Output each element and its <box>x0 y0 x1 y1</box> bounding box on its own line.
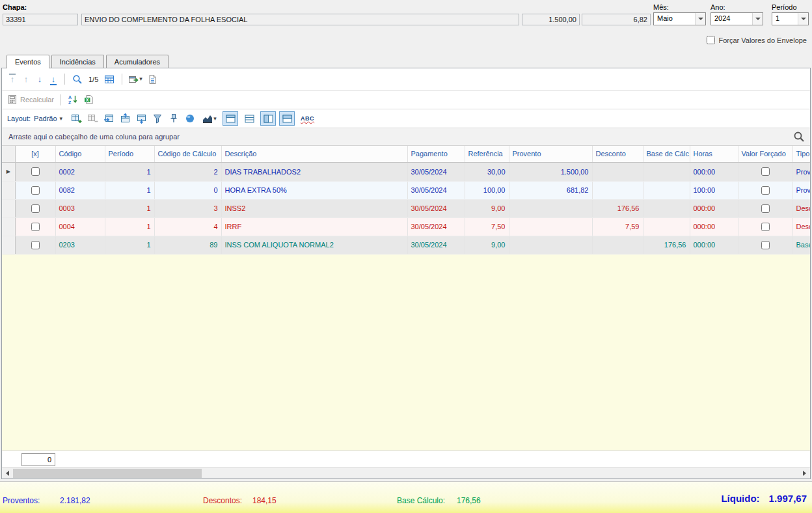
valor-forcado-checkbox[interactable] <box>761 204 770 213</box>
cell-pagamento[interactable]: 30/05/2024 <box>407 162 465 181</box>
cell-referencia[interactable]: 9,00 <box>465 236 509 254</box>
export-button[interactable]: ▾ <box>128 73 142 86</box>
table-row[interactable]: 008210HORA EXTRA 50%30/05/2024100,00681,… <box>2 181 810 199</box>
cell-descricao[interactable]: IRRF <box>221 217 407 236</box>
row-select-checkbox[interactable] <box>31 241 40 249</box>
cell-descricao[interactable]: HORA EXTRA 50% <box>221 181 407 199</box>
move-column-up-button[interactable] <box>118 112 131 125</box>
go-last-button[interactable]: ↓ <box>48 74 59 85</box>
move-column-down-button[interactable] <box>135 112 148 125</box>
cell-codigo[interactable]: 0002 <box>55 162 105 181</box>
cell-provento[interactable] <box>509 236 592 254</box>
chapa-input[interactable] <box>3 14 78 25</box>
description-input[interactable] <box>81 14 519 25</box>
column-header-desconto[interactable]: Desconto <box>592 146 643 162</box>
cell-tipo[interactable]: Prove <box>792 162 810 181</box>
cell-basecalc[interactable] <box>643 181 690 199</box>
column-header-descricao[interactable]: Descrição <box>221 146 407 162</box>
table-row[interactable]: 0203189INSS COM ALIQUOTA NORMAL230/05/20… <box>2 236 810 254</box>
cell-periodo[interactable]: 1 <box>105 217 154 236</box>
referencia-field[interactable] <box>582 14 651 25</box>
cell-desconto[interactable] <box>592 236 643 254</box>
cell-codcalc[interactable]: 0 <box>154 181 221 199</box>
valor-forcado-checkbox[interactable] <box>761 186 770 195</box>
cell-periodo[interactable]: 1 <box>105 236 154 254</box>
cell-periodo[interactable]: 1 <box>105 199 154 217</box>
h-scroll-thumb[interactable] <box>13 469 202 478</box>
recalcular-button[interactable]: Recalcular <box>7 94 54 105</box>
row-select-checkbox[interactable] <box>31 186 40 195</box>
cell-referencia[interactable]: 9,00 <box>465 199 509 217</box>
cell-descricao[interactable]: INSS2 <box>221 199 407 217</box>
grid-search-button[interactable] <box>793 131 805 144</box>
chart-dropdown-caret-icon[interactable]: ▾ <box>213 116 217 122</box>
view-split-vertical-button[interactable] <box>260 111 276 126</box>
row-select-checkbox[interactable] <box>31 167 40 176</box>
cell-horas[interactable]: 100:00 <box>690 181 738 199</box>
cell-descricao[interactable]: DIAS TRABALHADOS2 <box>221 162 407 181</box>
tab-incidencias[interactable]: Incidências <box>51 55 104 68</box>
cell-provento[interactable] <box>509 199 592 217</box>
table-row[interactable]: 000313INSS230/05/20249,00176,56000:00Des… <box>2 199 810 217</box>
tab-eventos[interactable]: Eventos <box>7 55 49 68</box>
import-layout-button[interactable] <box>102 112 115 125</box>
column-header-provento[interactable]: Provento <box>509 146 592 162</box>
column-header-valorforcado[interactable]: Valor Forçado <box>738 146 792 162</box>
cell-tipo[interactable]: Prove <box>792 181 810 199</box>
cell-tipo[interactable]: Desc <box>792 199 810 217</box>
mes-dropdown-icon[interactable] <box>695 13 705 25</box>
column-header-horas[interactable]: Horas <box>690 146 738 162</box>
export-excel-button[interactable]: X <box>83 93 96 106</box>
go-previous-button[interactable]: ↑ <box>21 74 31 85</box>
filter-button[interactable] <box>151 112 164 125</box>
cell-desconto[interactable] <box>592 181 643 199</box>
grid-view-button[interactable] <box>103 73 116 86</box>
cell-desconto[interactable] <box>592 162 643 181</box>
cell-desconto[interactable]: 176,56 <box>592 199 643 217</box>
cell-tipo[interactable]: Base <box>792 236 810 254</box>
chart-button[interactable]: ▾ <box>200 112 219 125</box>
column-header-basecalc[interactable]: Base de Cálc... <box>643 146 690 162</box>
row-select-checkbox[interactable] <box>31 204 40 213</box>
table-row[interactable]: ▶000212DIAS TRABALHADOS230/05/202430,001… <box>2 162 810 181</box>
cell-periodo[interactable]: 1 <box>105 162 154 181</box>
expand-columns-button[interactable] <box>70 112 83 125</box>
h-scrollbar[interactable] <box>2 467 810 478</box>
cell-provento[interactable]: 1.500,00 <box>509 162 592 181</box>
cell-horas[interactable]: 000:00 <box>690 199 738 217</box>
cell-pagamento[interactable]: 30/05/2024 <box>407 217 465 236</box>
cell-referencia[interactable]: 100,00 <box>465 181 509 199</box>
report-button[interactable] <box>146 73 159 86</box>
summary-button[interactable] <box>183 112 196 125</box>
layout-preset-dropdown[interactable]: Padrão ▾ <box>34 115 62 122</box>
cell-horas[interactable]: 000:00 <box>690 236 738 254</box>
cell-basecalc[interactable]: 176,56 <box>643 236 690 254</box>
cell-basecalc[interactable] <box>643 162 690 181</box>
cell-horas[interactable]: 000:00 <box>690 162 738 181</box>
search-button[interactable] <box>71 73 84 86</box>
cell-provento[interactable] <box>509 217 592 236</box>
ano-dropdown-icon[interactable] <box>752 13 763 25</box>
valor-forcado-checkbox[interactable] <box>761 241 770 249</box>
scroll-left-button[interactable] <box>2 468 13 478</box>
cell-codigo[interactable]: 0003 <box>55 199 105 217</box>
column-header-codigo[interactable]: Código <box>55 146 105 162</box>
column-header-codcalc[interactable]: Código de Cálculo <box>154 146 221 162</box>
cell-periodo[interactable]: 1 <box>105 181 154 199</box>
column-header-sel[interactable]: [x] <box>15 146 55 162</box>
column-header-referencia[interactable]: Referência <box>465 146 509 162</box>
cell-codcalc[interactable]: 2 <box>154 162 221 181</box>
sort-az-button[interactable]: AZ <box>66 93 79 106</box>
cell-descricao[interactable]: INSS COM ALIQUOTA NORMAL2 <box>221 236 407 254</box>
table-row[interactable]: 000414IRRF30/05/20247,507,59000:00Desc <box>2 217 810 236</box>
cell-basecalc[interactable] <box>643 217 690 236</box>
column-header-periodo[interactable]: Período <box>105 146 154 162</box>
view-card-button[interactable] <box>223 111 238 126</box>
go-first-button[interactable]: ↑ <box>7 74 18 85</box>
cell-codcalc[interactable]: 89 <box>154 236 221 254</box>
periodo-select[interactable]: 1 <box>772 12 809 25</box>
valor-forcado-checkbox[interactable] <box>761 223 770 231</box>
spell-check-button[interactable]: ABC <box>301 115 314 122</box>
cell-tipo[interactable]: Desc <box>792 217 810 236</box>
periodo-dropdown-icon[interactable] <box>798 13 808 25</box>
